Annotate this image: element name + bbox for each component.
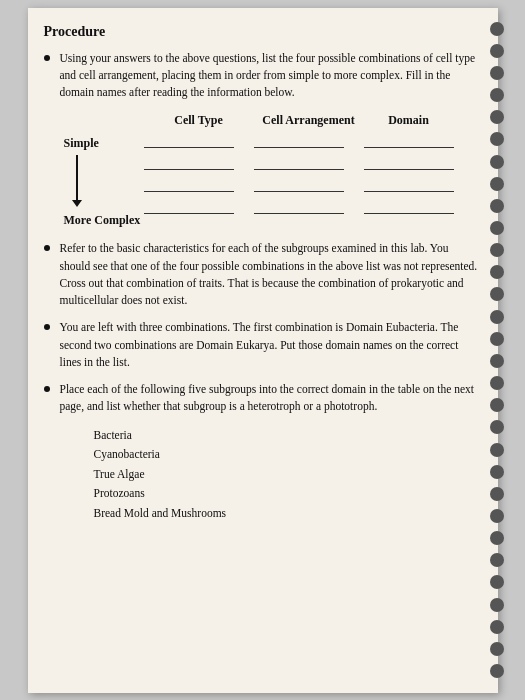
list-item: You are left with three combinations. Th…	[44, 319, 478, 371]
table-header-row: Cell Type Cell Arrangement Domain	[144, 113, 478, 128]
list-item: Refer to the basic characteristics for e…	[44, 240, 478, 309]
spiral-ring	[490, 110, 504, 124]
subgroup-item: Bread Mold and Mushrooms	[94, 504, 478, 524]
fill-lines-area	[144, 134, 454, 214]
spiral-ring	[490, 642, 504, 656]
subgroup-item: Bacteria	[94, 426, 478, 446]
spiral-binding	[488, 8, 506, 693]
spiral-ring	[490, 398, 504, 412]
spiral-ring	[490, 88, 504, 102]
bullet-icon	[44, 245, 50, 251]
spiral-ring	[490, 465, 504, 479]
spiral-ring	[490, 443, 504, 457]
spiral-ring	[490, 221, 504, 235]
spiral-ring	[490, 575, 504, 589]
cell-arrangement-lines	[254, 134, 344, 214]
col-cell-type-header: Cell Type	[144, 113, 254, 128]
more-complex-label: More Complex	[64, 213, 141, 228]
subgroup-item: Cyanobacteria	[94, 445, 478, 465]
list-item: Place each of the following five subgrou…	[44, 381, 478, 416]
simple-complex-col: Simple More Complex	[64, 134, 144, 228]
simple-label: Simple	[64, 136, 99, 151]
bullet-text: Using your answers to the above question…	[60, 50, 478, 102]
spiral-ring	[490, 509, 504, 523]
fill-line[interactable]	[364, 178, 454, 192]
fill-line[interactable]	[254, 156, 344, 170]
bullet-text: Place each of the following five subgrou…	[60, 381, 478, 416]
fill-line[interactable]	[144, 200, 234, 214]
list-item: Using your answers to the above question…	[44, 50, 478, 102]
fill-line[interactable]	[364, 200, 454, 214]
spiral-ring	[490, 620, 504, 634]
spiral-ring	[490, 420, 504, 434]
subgroup-item: True Algae	[94, 465, 478, 485]
cell-table: Cell Type Cell Arrangement Domain Simple…	[64, 113, 478, 228]
spiral-ring	[490, 66, 504, 80]
fill-line[interactable]	[254, 200, 344, 214]
domain-lines	[364, 134, 454, 214]
spiral-ring	[490, 287, 504, 301]
bullet-icon	[44, 386, 50, 392]
fill-line[interactable]	[144, 156, 234, 170]
cell-type-lines	[144, 134, 234, 214]
spiral-ring	[490, 664, 504, 678]
spiral-ring	[490, 22, 504, 36]
subgroups-list: BacteriaCyanobacteriaTrue AlgaeProtozoan…	[94, 426, 478, 524]
spiral-ring	[490, 376, 504, 390]
spiral-ring	[490, 177, 504, 191]
arrow-head	[72, 200, 82, 207]
bullet-icon	[44, 324, 50, 330]
fill-line[interactable]	[144, 178, 234, 192]
bullet-list-2: Refer to the basic characteristics for e…	[44, 240, 478, 415]
spiral-ring	[490, 354, 504, 368]
fill-line[interactable]	[364, 134, 454, 148]
col-cell-arrangement-header: Cell Arrangement	[254, 113, 364, 128]
spiral-ring	[490, 265, 504, 279]
spiral-ring	[490, 155, 504, 169]
spiral-ring	[490, 44, 504, 58]
spiral-ring	[490, 487, 504, 501]
fill-line[interactable]	[254, 178, 344, 192]
spiral-ring	[490, 199, 504, 213]
spiral-ring	[490, 531, 504, 545]
fill-line[interactable]	[364, 156, 454, 170]
table-body: Simple More Complex	[64, 134, 478, 228]
spiral-ring	[490, 553, 504, 567]
spiral-ring	[490, 332, 504, 346]
page: Procedure Using your answers to the abov…	[28, 8, 498, 693]
col-domain-header: Domain	[364, 113, 454, 128]
fill-line[interactable]	[254, 134, 344, 148]
page-title: Procedure	[44, 24, 478, 40]
spiral-ring	[490, 132, 504, 146]
spiral-ring	[490, 243, 504, 257]
spiral-ring	[490, 598, 504, 612]
fill-line[interactable]	[144, 134, 234, 148]
bullet-text: You are left with three combinations. Th…	[60, 319, 478, 371]
arrow-line	[76, 155, 78, 200]
bullet-text: Refer to the basic characteristics for e…	[60, 240, 478, 309]
spiral-ring	[490, 310, 504, 324]
down-arrow-icon	[72, 155, 82, 207]
subgroup-item: Protozoans	[94, 484, 478, 504]
bullet-list: Using your answers to the above question…	[44, 50, 478, 102]
bullet-icon	[44, 55, 50, 61]
